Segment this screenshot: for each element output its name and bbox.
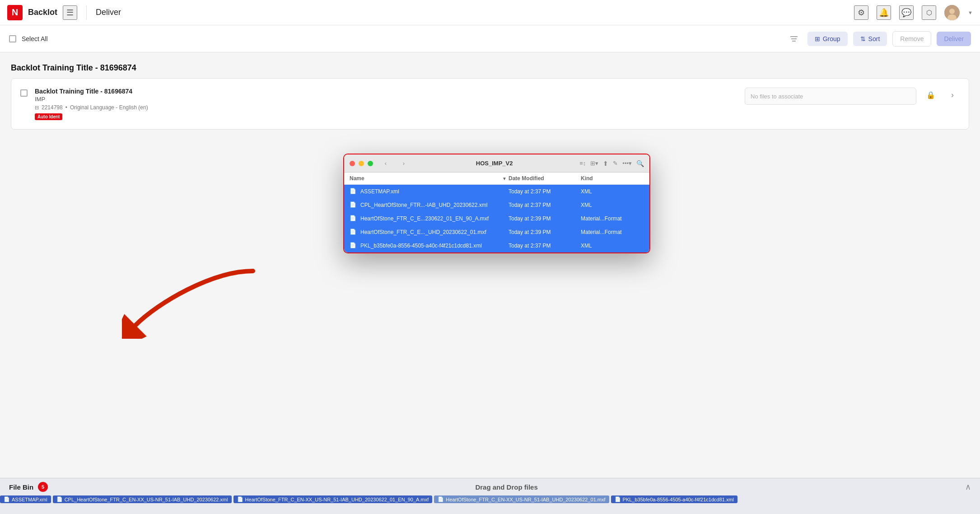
file-icon: 📄 [350, 229, 357, 236]
forward-button[interactable]: › [398, 158, 409, 169]
bell-icon: 🔔 [879, 8, 889, 18]
group-icon: ⊞ [815, 35, 820, 42]
select-all-checkbox[interactable] [9, 35, 16, 42]
finder-file-name: CPL_HeartOfStone_FTR...-IAB_UHD_20230622… [360, 202, 509, 208]
sort-button[interactable]: ⇅ Sort [853, 32, 887, 46]
finder-file-kind: Material...Format [581, 215, 644, 222]
search-icon[interactable]: 🔍 [636, 160, 644, 167]
avatar[interactable] [944, 5, 960, 20]
sort-indicator: ▼ [502, 176, 507, 181]
asset-card: Backlot Training Title - 81696874 IMP ⊟ … [11, 78, 969, 130]
finder-file-name: HeartOfStone_FTR_C_E..._UHD_20230622_01.… [360, 229, 509, 235]
tag-icon[interactable]: ✎ [613, 160, 618, 167]
maximize-button[interactable] [368, 161, 373, 166]
minimize-button[interactable] [359, 161, 364, 166]
finder-file-name: HeartOfStone_FTR_C_E...230622_01_EN_90_A… [360, 215, 509, 222]
file-associate-input[interactable]: No files to associate [745, 88, 916, 105]
app-title: Backlot [28, 8, 57, 17]
asset-id: 2214798 [42, 104, 63, 111]
list-view-icon[interactable]: ≡↕ [579, 160, 586, 167]
deliver-button[interactable]: Deliver [937, 32, 971, 46]
finder-file-kind: XML [581, 243, 644, 249]
grid-view-icon[interactable]: ⊞▾ [590, 160, 598, 167]
back-button[interactable]: ‹ [380, 158, 391, 169]
asset-name: Backlot Training Title - 81696874 [35, 88, 737, 95]
hamburger-button[interactable]: ☰ [63, 5, 77, 20]
finder-file-date: Today at 2:37 PM [509, 243, 581, 249]
svg-point-1 [949, 9, 955, 14]
col-kind-header: Kind [581, 175, 644, 182]
select-all-label: Select All [22, 35, 48, 42]
external-link-icon: ⬡ [926, 9, 932, 17]
more-icon[interactable]: •••▾ [622, 160, 632, 167]
next-arrow-button[interactable]: › [945, 88, 960, 102]
share-icon[interactable]: ⬆ [603, 160, 608, 167]
file-icon: 📄 [350, 242, 357, 249]
finder-window: ‹ › HOS_IMP_V2 ≡↕ ⊞▾ ⬆ ✎ •••▾ 🔍 Name ▼ D… [343, 154, 650, 253]
asset-info: Backlot Training Title - 81696874 IMP ⊟ … [35, 88, 737, 120]
finder-file-row[interactable]: 📄 PKL_b35bfe0a-8556-4505-a40c-f4f21c1dcd… [344, 239, 649, 252]
col-name-header: Name [350, 175, 502, 182]
section-title: Backlot Training Title - 81696874 [11, 63, 969, 73]
finder-titlebar: ‹ › HOS_IMP_V2 ≡↕ ⊞▾ ⬆ ✎ •••▾ 🔍 [344, 154, 649, 173]
header-icons: ⚙ 🔔 💬 ⬡ ▼ [854, 5, 973, 20]
sort-icon: ⇅ [860, 35, 866, 42]
finder-file-row[interactable]: 📄 HeartOfStone_FTR_C_E...230622_01_EN_90… [344, 212, 649, 225]
auto-ident-badge: Auto Ident [35, 113, 62, 120]
asset-meta-language: Original Language - English (en) [70, 104, 148, 111]
finder-file-name: PKL_b35bfe0a-8556-4505-a40c-f4f21c1dcd81… [360, 243, 509, 249]
finder-file-kind: XML [581, 202, 644, 208]
toolbar: Select All ⊞ Group ⇅ Sort Remove Deliver [0, 25, 980, 52]
main-content: Backlot Training Title - 81696874 Backlo… [0, 52, 980, 478]
remove-button[interactable]: Remove [892, 31, 931, 47]
finder-column-headers: Name ▼ Date Modified Kind [344, 173, 649, 185]
file-icon: 📄 [350, 188, 357, 195]
asset-meta: ⊟ 2214798 • Original Language - English … [35, 104, 737, 111]
chat-button[interactable]: 💬 [899, 5, 914, 20]
finder-content: Name ▼ Date Modified Kind 📄 ASSETMAP.xml… [344, 173, 649, 252]
finder-file-kind: Material...Format [581, 229, 644, 235]
filter-button[interactable] [786, 31, 802, 47]
finder-file-kind: XML [581, 188, 644, 195]
asset-meta-separator: • [65, 104, 67, 111]
finder-file-date: Today at 2:37 PM [509, 202, 581, 208]
app-header: N Backlot ☰ Deliver ⚙ 🔔 💬 ⬡ ▼ [0, 0, 980, 25]
avatar-chevron: ▼ [968, 10, 973, 15]
chat-icon: 💬 [901, 8, 911, 18]
finder-toolbar-icons: ≡↕ ⊞▾ ⬆ ✎ •••▾ 🔍 [579, 160, 644, 167]
finder-file-row[interactable]: 📄 ASSETMAP.xml Today at 2:37 PM XML [344, 185, 649, 198]
finder-file-row[interactable]: 📄 HeartOfStone_FTR_C_E..._UHD_20230622_0… [344, 225, 649, 239]
asset-type: IMP [35, 96, 737, 103]
settings-button[interactable]: ⚙ [854, 5, 868, 20]
finder-title: HOS_IMP_V2 [413, 160, 576, 167]
finder-file-date: Today at 2:39 PM [509, 229, 581, 235]
file-icon: 📄 [350, 215, 357, 222]
finder-file-name: ASSETMAP.xml [360, 188, 509, 195]
finder-file-date: Today at 2:39 PM [509, 215, 581, 222]
asset-checkbox[interactable] [20, 89, 28, 97]
file-icon: 📄 [350, 201, 357, 209]
lock-icon: 🔒 [924, 88, 938, 102]
netflix-logo: N [7, 5, 23, 20]
finder-file-row[interactable]: 📄 CPL_HeartOfStone_FTR...-IAB_UHD_202306… [344, 198, 649, 212]
finder-file-list: 📄 ASSETMAP.xml Today at 2:37 PM XML 📄 CP… [344, 185, 649, 252]
col-date-header: Date Modified [509, 175, 581, 182]
group-button[interactable]: ⊞ Group [807, 32, 848, 46]
asset-id-icon: ⊟ [35, 105, 39, 111]
header-divider [86, 5, 87, 20]
close-button[interactable] [350, 161, 355, 166]
settings-icon: ⚙ [858, 8, 865, 18]
finder-file-date: Today at 2:37 PM [509, 188, 581, 195]
page-title: Deliver [96, 8, 121, 17]
notifications-button[interactable]: 🔔 [877, 5, 891, 20]
external-link-button[interactable]: ⬡ [922, 5, 936, 20]
